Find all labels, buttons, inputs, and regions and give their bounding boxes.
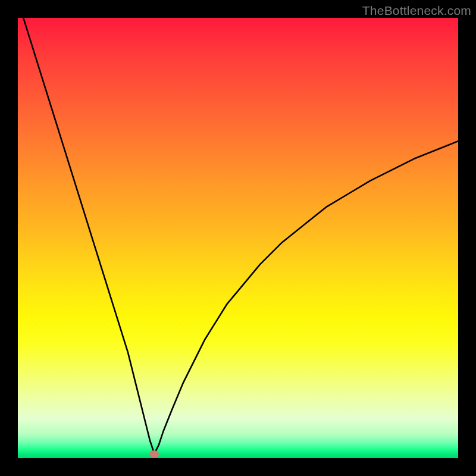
bottleneck-curve — [18, 18, 458, 458]
chart-frame: TheBottleneck.com — [0, 0, 476, 476]
plot-area — [18, 18, 458, 458]
optimum-marker — [149, 450, 159, 458]
watermark-text: TheBottleneck.com — [362, 4, 471, 18]
